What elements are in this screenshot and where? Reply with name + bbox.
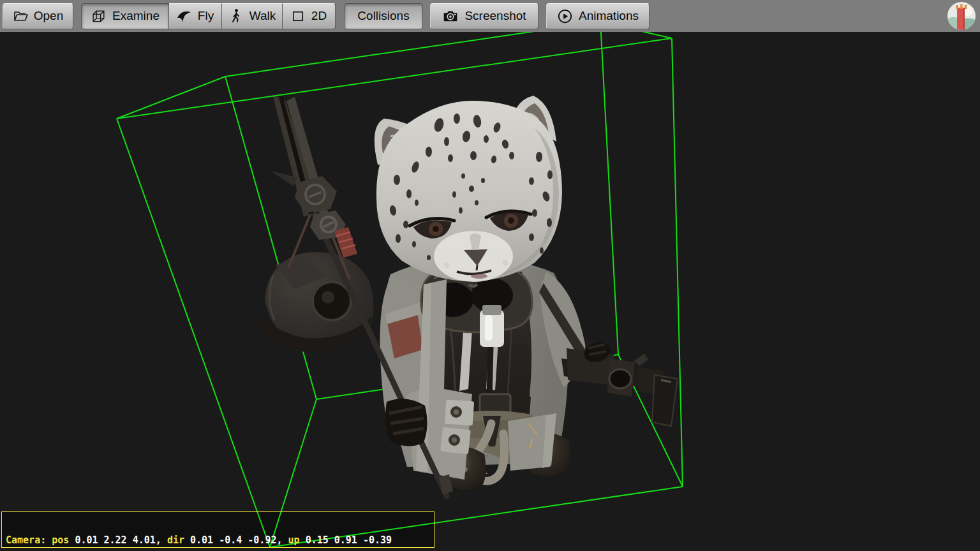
- navigation-mode-group: Examine Fly Walk 2D: [81, 3, 336, 29]
- open-button[interactable]: Open: [3, 3, 73, 29]
- status-segment: 0.01 2.22 4.01,: [75, 534, 167, 546]
- play-circle-icon: [557, 8, 573, 24]
- square-icon: [291, 9, 306, 24]
- walk-mode-button[interactable]: Walk: [222, 3, 283, 29]
- staff-red-grip: [334, 227, 357, 258]
- app-window: { "app": { "name": "castle-model-viewer"…: [0, 0, 980, 551]
- screenshot-button-label: Screenshot: [464, 9, 526, 23]
- status-segment: dir: [167, 534, 190, 546]
- rifle-stock: [652, 375, 678, 426]
- examine-button-label: Examine: [112, 9, 160, 23]
- collisions-toggle-button[interactable]: Collisions: [344, 3, 423, 29]
- fly-button-label: Fly: [198, 9, 214, 23]
- status-line-camera: Camera: pos 0.01 2.22 4.01, dir 0.01 -0.…: [6, 535, 430, 546]
- bird-icon: [177, 8, 192, 24]
- open-button-label: Open: [34, 9, 63, 23]
- examine-mode-button[interactable]: Examine: [81, 3, 169, 29]
- viewport-3d[interactable]: Camera: pos 0.01 2.22 4.01, dir 0.01 -0.…: [0, 32, 980, 551]
- screenshot-button[interactable]: Screenshot: [430, 3, 538, 29]
- status-segment: 0.01 -0.4 -0.92,: [190, 534, 288, 546]
- walk-button-label: Walk: [249, 9, 276, 23]
- status-segment: Camera:: [6, 534, 52, 546]
- status-segment: pos: [52, 534, 75, 546]
- castle-game-engine-logo: [947, 1, 976, 31]
- cube-icon: [91, 8, 107, 24]
- 2d-button-label: 2D: [311, 9, 327, 23]
- animations-button-label: Animations: [579, 9, 639, 23]
- scene-svg: [0, 32, 980, 551]
- toolbar: Open Examine Fly Walk 2D: [0, 0, 980, 32]
- character-head: [375, 96, 562, 282]
- collisions-button-label: Collisions: [357, 9, 409, 23]
- walking-person-icon: [228, 8, 244, 24]
- 2d-mode-button[interactable]: 2D: [283, 3, 336, 29]
- rifle-weapon: [561, 339, 678, 426]
- animations-button[interactable]: Animations: [546, 3, 650, 29]
- camera-status-overlay: Camera: pos 0.01 2.22 4.01, dir 0.01 -0.…: [1, 511, 434, 548]
- fly-mode-button[interactable]: Fly: [169, 3, 222, 29]
- open-folder-icon: [13, 8, 28, 24]
- status-segment: 0.15 0.91 -0.39: [306, 534, 392, 546]
- camera-icon: [442, 8, 459, 24]
- left-glove: [385, 399, 427, 446]
- status-segment: up: [288, 534, 306, 546]
